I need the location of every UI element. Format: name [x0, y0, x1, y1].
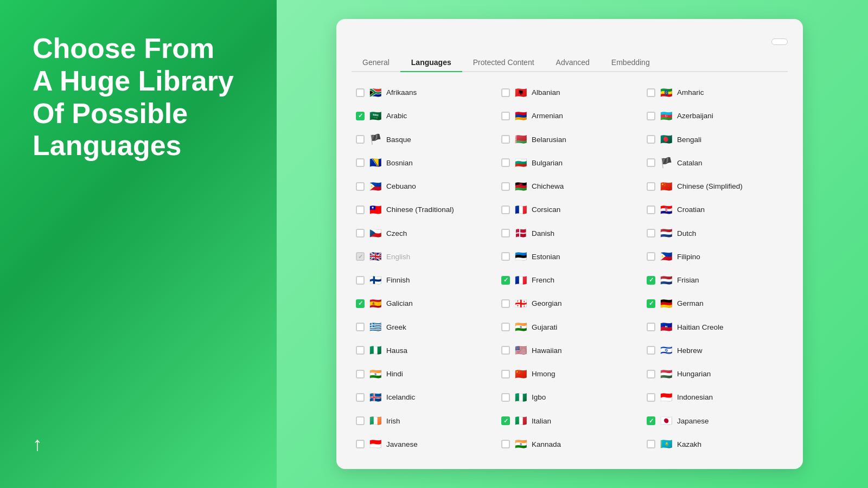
lang-item-haitian-creole[interactable]: 🇭🇹 Haitian Creole	[642, 316, 788, 339]
checkbox-indonesian[interactable]	[647, 393, 655, 402]
checkbox-hindi[interactable]	[356, 370, 365, 378]
lang-item-greek[interactable]: 🇬🇷 Greek	[352, 316, 497, 339]
checkbox-irish[interactable]	[356, 416, 365, 425]
lang-item-catalan[interactable]: 🏴 Catalan	[642, 151, 788, 175]
checkbox-hebrew[interactable]	[647, 346, 655, 355]
lang-item-bengali[interactable]: 🇧🇩 Bengali	[642, 128, 788, 151]
checkbox-bulgarian[interactable]	[501, 158, 510, 167]
lang-item-hindi[interactable]: 🇮🇳 Hindi	[352, 362, 497, 386]
checkbox-basque[interactable]	[356, 135, 365, 144]
lang-item-armenian[interactable]: 🇦🇲 Armenian	[497, 104, 642, 127]
checkbox-corsican[interactable]	[501, 206, 510, 214]
checkbox-igbo[interactable]	[501, 393, 510, 402]
checkbox-czech[interactable]	[356, 229, 365, 237]
checkbox-japanese[interactable]	[647, 416, 655, 425]
tab-protected-content[interactable]: Protected Content	[462, 54, 545, 72]
lang-item-estonian[interactable]: 🇪🇪 Estonian	[497, 245, 642, 268]
change-plan-button[interactable]	[771, 38, 788, 45]
lang-item-german[interactable]: 🇩🇪 German	[642, 292, 788, 315]
checkbox-icelandic[interactable]	[356, 393, 365, 402]
checkbox-afrikaans[interactable]	[356, 88, 365, 97]
checkbox-danish[interactable]	[501, 229, 510, 237]
checkbox-chinese--simplified-[interactable]	[647, 182, 655, 191]
lang-item-galician[interactable]: 🇪🇸 Galician	[352, 292, 497, 315]
checkbox-italian[interactable]	[501, 416, 510, 425]
checkbox-hmong[interactable]	[501, 370, 510, 378]
checkbox-croatian[interactable]	[647, 206, 655, 214]
checkbox-kazakh[interactable]	[647, 440, 655, 448]
tab-embedding[interactable]: Embedding	[601, 54, 661, 72]
lang-item-irish[interactable]: 🇮🇪 Irish	[352, 409, 497, 433]
lang-item-hungarian[interactable]: 🇭🇺 Hungarian	[642, 362, 788, 386]
checkbox-galician[interactable]	[356, 299, 365, 308]
checkbox-arabic[interactable]	[356, 112, 365, 120]
lang-item-georgian[interactable]: 🇬🇪 Georgian	[497, 292, 642, 315]
lang-item-filipino[interactable]: 🇵🇭 Filipino	[642, 245, 788, 268]
checkbox-english[interactable]	[356, 252, 365, 261]
lang-item-dutch[interactable]: 🇳🇱 Dutch	[642, 222, 788, 245]
checkbox-chinese--traditional-[interactable]	[356, 206, 365, 214]
lang-item-corsican[interactable]: 🇫🇷 Corsican	[497, 198, 642, 221]
checkbox-hausa[interactable]	[356, 346, 365, 355]
checkbox-french[interactable]	[501, 276, 510, 285]
checkbox-belarusian[interactable]	[501, 135, 510, 144]
tab-advanced[interactable]: Advanced	[545, 54, 601, 72]
lang-item-kazakh[interactable]: 🇰🇿 Kazakh	[642, 433, 788, 456]
lang-item-cebuano[interactable]: 🇵🇭 Cebuano	[352, 175, 497, 198]
checkbox-armenian[interactable]	[501, 112, 510, 120]
checkbox-albanian[interactable]	[501, 88, 510, 97]
lang-item-indonesian[interactable]: 🇮🇩 Indonesian	[642, 386, 788, 409]
lang-item-bosnian[interactable]: 🇧🇦 Bosnian	[352, 151, 497, 175]
lang-item-croatian[interactable]: 🇭🇷 Croatian	[642, 198, 788, 221]
lang-item-chinese--traditional-[interactable]: 🇹🇼 Chinese (Traditional)	[352, 198, 497, 221]
checkbox-bosnian[interactable]	[356, 158, 365, 167]
checkbox-amharic[interactable]	[647, 88, 655, 97]
checkbox-estonian[interactable]	[501, 252, 510, 261]
lang-item-czech[interactable]: 🇨🇿 Czech	[352, 222, 497, 245]
checkbox-hawaiian[interactable]	[501, 346, 510, 355]
checkbox-gujarati[interactable]	[501, 323, 510, 331]
lang-item-azerbaijani[interactable]: 🇦🇿 Azerbaijani	[642, 104, 788, 127]
checkbox-greek[interactable]	[356, 323, 365, 331]
checkbox-javanese[interactable]	[356, 440, 365, 448]
checkbox-bengali[interactable]	[647, 135, 655, 144]
lang-item-frisian[interactable]: 🇳🇱 Frisian	[642, 268, 788, 292]
lang-item-english[interactable]: 🇬🇧 English	[352, 245, 497, 268]
checkbox-cebuano[interactable]	[356, 182, 365, 191]
checkbox-catalan[interactable]	[647, 158, 655, 167]
lang-item-bulgarian[interactable]: 🇧🇬 Bulgarian	[497, 151, 642, 175]
tab-general[interactable]: General	[352, 54, 400, 72]
lang-item-hawaiian[interactable]: 🇺🇸 Hawaiian	[497, 339, 642, 362]
lang-item-albanian[interactable]: 🇦🇱 Albanian	[497, 81, 642, 104]
lang-item-italian[interactable]: 🇮🇹 Italian	[497, 409, 642, 433]
lang-item-arabic[interactable]: 🇸🇦 Arabic	[352, 104, 497, 127]
lang-item-chichewa[interactable]: 🇲🇼 Chichewa	[497, 175, 642, 198]
lang-item-finnish[interactable]: 🇫🇮 Finnish	[352, 268, 497, 292]
checkbox-finnish[interactable]	[356, 276, 365, 285]
checkbox-german[interactable]	[647, 299, 655, 308]
checkbox-azerbaijani[interactable]	[647, 112, 655, 120]
lang-item-gujarati[interactable]: 🇮🇳 Gujarati	[497, 316, 642, 339]
lang-item-igbo[interactable]: 🇳🇬 Igbo	[497, 386, 642, 409]
lang-item-afrikaans[interactable]: 🇿🇦 Afrikaans	[352, 81, 497, 104]
lang-item-hausa[interactable]: 🇳🇬 Hausa	[352, 339, 497, 362]
lang-item-japanese[interactable]: 🇯🇵 Japanese	[642, 409, 788, 433]
lang-item-kannada[interactable]: 🇮🇳 Kannada	[497, 433, 642, 456]
lang-item-chinese--simplified-[interactable]: 🇨🇳 Chinese (Simplified)	[642, 175, 788, 198]
checkbox-haitian-creole[interactable]	[647, 323, 655, 331]
tab-languages[interactable]: Languages	[400, 54, 462, 72]
checkbox-hungarian[interactable]	[647, 370, 655, 378]
lang-item-basque[interactable]: 🏴 Basque	[352, 128, 497, 151]
lang-item-belarusian[interactable]: 🇧🇾 Belarusian	[497, 128, 642, 151]
checkbox-georgian[interactable]	[501, 299, 510, 308]
checkbox-dutch[interactable]	[647, 229, 655, 237]
checkbox-filipino[interactable]	[647, 252, 655, 261]
checkbox-frisian[interactable]	[647, 276, 655, 285]
lang-item-hmong[interactable]: 🇨🇳 Hmong	[497, 362, 642, 386]
lang-item-hebrew[interactable]: 🇮🇱 Hebrew	[642, 339, 788, 362]
lang-item-amharic[interactable]: 🇪🇹 Amharic	[642, 81, 788, 104]
lang-item-french[interactable]: 🇫🇷 French	[497, 268, 642, 292]
lang-item-javanese[interactable]: 🇮🇩 Javanese	[352, 433, 497, 456]
checkbox-kannada[interactable]	[501, 440, 510, 448]
lang-item-icelandic[interactable]: 🇮🇸 Icelandic	[352, 386, 497, 409]
